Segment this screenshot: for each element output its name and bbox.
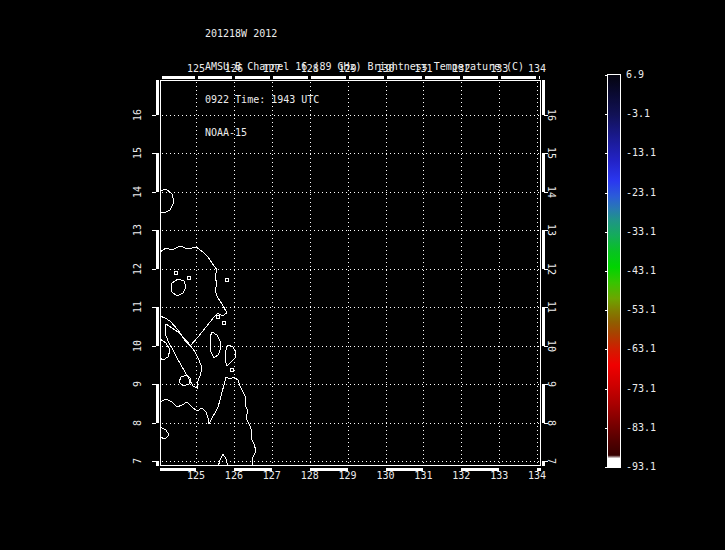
lat-label-left: 12: [132, 259, 144, 279]
border-band-left: [156, 153, 159, 191]
lon-label-bottom: 129: [336, 470, 360, 482]
lat-gridline: [162, 346, 539, 347]
lat-label-left: 14: [132, 182, 144, 202]
lat-gridline: [162, 153, 539, 154]
lon-label-top: 128: [298, 63, 322, 75]
lon-label-top: 125: [184, 63, 208, 75]
lon-label-bottom: 128: [298, 470, 322, 482]
border-band-bottom: [461, 468, 499, 471]
lat-gridline: [162, 115, 539, 116]
lat-gridline: [162, 269, 539, 270]
lon-label-top: 131: [411, 63, 435, 75]
lon-label-top: 133: [487, 63, 511, 75]
colorbar-tick-label: -13.1: [626, 147, 656, 159]
border-band-top: [539, 76, 540, 79]
lon-gridline: [423, 82, 424, 464]
colorbar-tick-mark: [605, 310, 608, 311]
colorbar-tick-label: -93.1: [626, 461, 656, 473]
lon-gridline: [499, 82, 500, 464]
lat-tick-right: [544, 192, 548, 193]
lon-gridline: [234, 82, 235, 464]
border-band-top: [463, 76, 498, 79]
lon-label-top: 134: [525, 63, 549, 75]
lat-gridline: [162, 230, 539, 231]
border-band-bottom: [537, 468, 541, 471]
lat-gridline: [162, 423, 539, 424]
lon-label-bottom: 127: [260, 470, 284, 482]
lat-label-left: 15: [132, 143, 144, 163]
border-band-top: [198, 76, 233, 79]
colorbar-tick-mark: [605, 349, 608, 350]
colorbar-tick-label: -53.1: [626, 304, 656, 316]
border-band-bottom: [160, 468, 196, 471]
colorbar-tick-label: -83.1: [626, 422, 656, 434]
border-band-top: [273, 76, 308, 79]
colorbar-tick-mark: [605, 389, 608, 390]
colorbar-tick-label: 6.9: [626, 69, 644, 81]
lon-label-top: 130: [374, 63, 398, 75]
lat-label-left: 16: [132, 105, 144, 125]
border-band-right: [542, 153, 545, 191]
lat-gridline: [162, 384, 539, 385]
border-band-bottom: [310, 468, 348, 471]
lon-label-top: 126: [222, 63, 246, 75]
colorbar-tick-label: -33.1: [626, 226, 656, 238]
lon-label-bottom: 134: [525, 470, 549, 482]
colorbar-tick-mark: [605, 153, 608, 154]
lat-gridline: [162, 192, 539, 193]
border-band-top: [311, 76, 346, 79]
border-band-top: [501, 76, 536, 79]
lat-tick-left: [152, 192, 156, 193]
lon-gridline: [348, 82, 349, 464]
border-band-left: [156, 230, 159, 268]
border-band-top: [425, 76, 460, 79]
lat-tick-left: [152, 346, 156, 347]
product-title: AMSU-B Channel 16 (89 GHz) Brightness Te…: [205, 61, 524, 72]
lat-label-left: 8: [132, 413, 144, 433]
border-band-bottom: [386, 468, 424, 471]
border-band-right: [542, 230, 545, 268]
lat-tick-left: [152, 115, 156, 116]
colorbar-tick-mark: [605, 271, 608, 272]
colorbar-tick-label: -3.1: [626, 108, 650, 120]
colorbar: [607, 74, 621, 468]
colorbar-tick-mark: [605, 467, 608, 468]
border-band-bottom: [234, 468, 272, 471]
lon-gridline: [310, 82, 311, 464]
colorbar-tick-label: -23.1: [626, 187, 656, 199]
lon-label-top: 127: [260, 63, 284, 75]
border-band-top: [162, 76, 195, 79]
storm-id: 201218W 2012: [205, 28, 524, 39]
lat-tick-right: [544, 346, 548, 347]
lat-label-left: 13: [132, 220, 144, 240]
border-band-right: [542, 384, 545, 422]
lat-gridline: [162, 461, 539, 462]
colorbar-tick-label: -63.1: [626, 343, 656, 355]
lon-label-bottom: 133: [487, 470, 511, 482]
border-band-top: [235, 76, 270, 79]
lat-tick-right: [544, 115, 548, 116]
colorbar-tick-label: -73.1: [626, 383, 656, 395]
lat-tick-right: [544, 423, 548, 424]
lat-gridline: [162, 307, 539, 308]
border-band-right: [542, 461, 545, 466]
lon-gridline: [196, 82, 197, 464]
lon-label-bottom: 125: [184, 470, 208, 482]
border-band-left: [156, 80, 159, 115]
lat-label-left: 7: [132, 451, 144, 471]
lat-label-left: 11: [132, 297, 144, 317]
border-band-left: [156, 461, 159, 466]
colorbar-tick-mark: [605, 232, 608, 233]
colorbar-tick-label: -43.1: [626, 265, 656, 277]
satellite-plot-screen: 201218W 2012 AMSU-B Channel 16 (89 GHz) …: [0, 0, 725, 550]
lon-label-bottom: 131: [411, 470, 435, 482]
lon-label-bottom: 126: [222, 470, 246, 482]
lat-tick-right: [544, 269, 548, 270]
lon-label-bottom: 132: [449, 470, 473, 482]
border-band-right: [542, 307, 545, 345]
lon-label-bottom: 130: [374, 470, 398, 482]
border-band-right: [542, 80, 545, 115]
lat-label-left: 9: [132, 374, 144, 394]
lon-gridline: [386, 82, 387, 464]
colorbar-tick-mark: [605, 428, 608, 429]
